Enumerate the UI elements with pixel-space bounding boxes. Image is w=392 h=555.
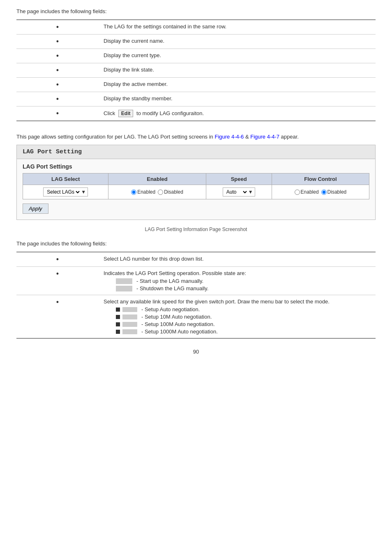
color-box-sm-3 xyxy=(122,322,137,327)
enabled-radio-group[interactable]: Enabled Disabled xyxy=(113,189,201,195)
table-row: • Select LAG number for this drop down l… xyxy=(16,252,376,267)
bullet: • xyxy=(56,23,59,31)
bullet: • xyxy=(56,81,59,89)
fc-enabled-text: Enabled xyxy=(301,189,319,195)
col-lag-select: LAG Select xyxy=(23,173,108,185)
table-cell: The LAG for the settings contained in th… xyxy=(99,20,376,35)
lag-port-setting-box: LAG Port Setting LAG Port Settings LAG S… xyxy=(16,145,376,220)
col-enabled: Enabled xyxy=(108,173,206,185)
bullet: • xyxy=(56,270,59,278)
bullet: • xyxy=(56,109,59,118)
speed-bullet-2: - Setup 10M Auto negotiation. xyxy=(141,314,212,320)
table-cell: Display the standby member. xyxy=(99,92,376,106)
bullet: • xyxy=(56,52,59,60)
intro-text-1: The page includes the following fields: xyxy=(16,8,376,14)
speed-bullet-1: - Setup Auto negotiation. xyxy=(141,306,200,312)
fc-disabled-radio[interactable] xyxy=(321,190,327,195)
lag-table-header-row: LAG Select Enabled Speed Flow Control xyxy=(23,173,369,185)
table-cell-with-bullets: Select any available link speed for the … xyxy=(99,295,376,339)
lag-select-cell[interactable]: Select LAGs ▼ xyxy=(23,185,108,199)
table-row: • Display the standby member. xyxy=(16,92,376,106)
table-cell: Display the active member. xyxy=(99,78,376,92)
figure-link-1[interactable]: Figure 4-4-6 xyxy=(214,134,244,140)
table-row: • Click Edit to modify LAG configuraiton… xyxy=(16,106,376,121)
apply-button[interactable]: Apply xyxy=(23,204,48,214)
speed-select-wrapper[interactable]: Auto 10M 100M 1000M ▼ xyxy=(223,187,255,197)
intro-text-2: The page includes the following fields: xyxy=(16,240,376,247)
square-bullet-icon xyxy=(116,315,120,319)
row2-desc: Indicates the LAG Port Setting operation… xyxy=(104,270,246,276)
speed-bullet-3: - Setup 100M Auto negotiation. xyxy=(141,321,215,327)
color-box-sm-4 xyxy=(122,329,137,334)
table-row: • The LAG for the settings contained in … xyxy=(16,20,376,35)
fc-disabled-text: Disabled xyxy=(327,189,347,195)
color-box-sm-1 xyxy=(122,307,137,312)
sub-bullet-item: - Setup 100M Auto negotiation. xyxy=(116,321,371,327)
row3-desc: Select any available link speed for the … xyxy=(104,298,330,305)
apply-button-wrapper[interactable]: Apply xyxy=(23,199,369,214)
enabled-radio[interactable] xyxy=(131,190,136,195)
speed-bullet-4: - Setup 1000M Auto negotiation. xyxy=(141,328,218,335)
page-description: This page allows setting configuration f… xyxy=(16,134,376,140)
table-cell: Display the link state. xyxy=(99,63,376,78)
sub-bullet-text-1: - Start up the LAG manually. xyxy=(136,278,203,284)
fc-disabled-radio-label[interactable]: Disabled xyxy=(321,189,347,195)
bullet: • xyxy=(56,298,59,306)
fig-suffix: appear. xyxy=(279,134,299,140)
fc-enabled-radio-label[interactable]: Enabled xyxy=(295,189,319,195)
figure-link-2[interactable]: Figure 4-4-7 xyxy=(250,134,279,140)
lag-table: LAG Select Enabled Speed Flow Control Se… xyxy=(23,173,369,199)
bullet: • xyxy=(56,95,59,103)
disabled-radio-label[interactable]: Disabled xyxy=(158,189,183,195)
sub-bullet-item: - Setup Auto negotiation. xyxy=(116,306,371,312)
sub-bullet-item: - Shutdown the LAG manually. xyxy=(116,285,371,291)
edit-button-example: Edit xyxy=(118,110,134,117)
table-cell: Display the current type. xyxy=(99,49,376,63)
enabled-cell[interactable]: Enabled Disabled xyxy=(108,185,206,199)
page-desc-text: This page allows setting configuration f… xyxy=(16,134,213,140)
sub-bullet-text-2: - Shutdown the LAG manually. xyxy=(136,285,208,291)
disabled-radio[interactable] xyxy=(158,190,163,195)
dropdown-arrow-icon: ▼ xyxy=(81,189,86,195)
table-row: • Display the current name. xyxy=(16,35,376,49)
table-row: • Display the active member. xyxy=(16,78,376,92)
caption-text: LAG Port Setting Information Page Screen… xyxy=(16,227,376,232)
sub-bullet-item: - Setup 1000M Auto negotiation. xyxy=(116,328,371,335)
sub-bullet-item: - Setup 10M Auto negotiation. xyxy=(116,314,371,320)
col-speed: Speed xyxy=(206,173,272,185)
lag-settings-subtitle: LAG Port Settings xyxy=(23,163,369,170)
speed-dropdown[interactable]: Auto 10M 100M 1000M xyxy=(225,189,248,195)
flow-control-radio-group[interactable]: Enabled Disabled xyxy=(276,189,365,195)
table-cell-edit: Click Edit to modify LAG configuraiton. xyxy=(99,106,376,121)
square-bullet-icon xyxy=(116,330,120,334)
speed-cell[interactable]: Auto 10M 100M 1000M ▼ xyxy=(206,185,272,199)
table-cell: Display the current name. xyxy=(99,35,376,49)
sub-bullet-item: - Start up the LAG manually. xyxy=(116,278,371,284)
lag-select-dropdown[interactable]: Select LAGs xyxy=(45,189,81,195)
speed-bullets-group: - Setup Auto negotiation. - Setup 10M Au… xyxy=(116,306,371,335)
flow-control-cell[interactable]: Enabled Disabled xyxy=(272,185,369,199)
fc-enabled-radio[interactable] xyxy=(295,190,300,195)
sub-bullets-group: - Start up the LAG manually. - Shutdown … xyxy=(116,278,371,291)
lag-table-data-row: Select LAGs ▼ Enabled xyxy=(23,185,369,199)
bullet: • xyxy=(56,37,59,46)
col-flow-control: Flow Control xyxy=(272,173,369,185)
fig-sep: & xyxy=(244,134,250,140)
edit-row-prefix: Click xyxy=(104,110,115,116)
enabled-radio-text: Enabled xyxy=(137,189,155,195)
lag-port-setting-title: LAG Port Setting xyxy=(17,145,375,159)
square-bullet-icon xyxy=(116,322,120,326)
table-row: • Select any available link speed for th… xyxy=(16,295,376,339)
bullet: • xyxy=(56,255,59,264)
table-row: • Display the current type. xyxy=(16,49,376,63)
table-row: • Display the link state. xyxy=(16,63,376,78)
color-box-1 xyxy=(116,278,132,284)
table-cell: Select LAG number for this drop down lis… xyxy=(99,252,376,267)
table-cell-with-subitems: Indicates the LAG Port Setting operation… xyxy=(99,267,376,295)
fields-table-1: • The LAG for the settings contained in … xyxy=(16,19,376,121)
lag-select-wrapper[interactable]: Select LAGs ▼ xyxy=(43,187,88,197)
enabled-radio-label[interactable]: Enabled xyxy=(131,189,155,195)
table-row: • Indicates the LAG Port Setting operati… xyxy=(16,267,376,295)
color-box-2 xyxy=(116,286,132,291)
fields-table-2: • Select LAG number for this drop down l… xyxy=(16,252,376,339)
